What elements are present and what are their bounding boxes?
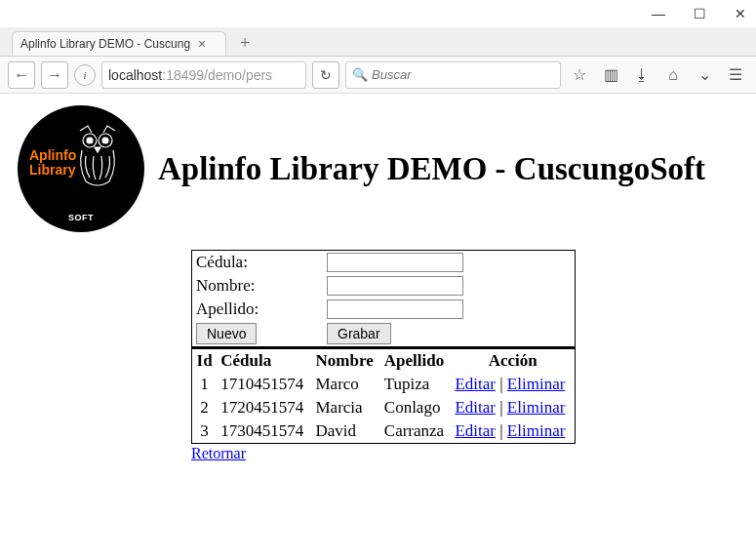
cell-cedula: 1720451574 — [217, 396, 311, 419]
svg-point-3 — [102, 138, 108, 143]
window-controls: — ☐ ✕ — [0, 0, 756, 27]
tab-title: Aplinfo Library DEMO - Cuscung — [20, 37, 190, 51]
grabar-button[interactable]: Grabar — [327, 323, 391, 344]
apellido-input[interactable] — [327, 299, 463, 319]
home-icon[interactable]: ⌂ — [660, 62, 686, 88]
site-info-icon[interactable]: i — [74, 64, 96, 86]
page-header: AplinfoLibrary SOFT Aplinfo Library DEMO… — [18, 105, 738, 232]
cell-id: 3 — [192, 419, 218, 444]
menu-icon[interactable]: ☰ — [723, 62, 748, 88]
search-box[interactable]: 🔍 — [345, 61, 561, 89]
svg-point-2 — [87, 138, 93, 143]
cell-apellido: Conlago — [380, 396, 452, 419]
url-input[interactable]: localhost:18499/demo/pers — [101, 61, 306, 89]
downloads-icon[interactable]: ⭳ — [629, 62, 655, 88]
nombre-label: Nombre: — [196, 276, 323, 296]
delete-link[interactable]: Eliminar — [507, 421, 565, 440]
forward-button[interactable]: → — [41, 61, 68, 89]
table-row: 21720451574MarciaConlagoEditar | Elimina… — [192, 396, 576, 419]
search-input[interactable] — [372, 67, 554, 82]
form-area: Cédula: Nombre: Apellido: Nuevo Grabar I… — [191, 250, 576, 462]
table-header-row: Id Cédula Nombre Apellido Acción — [192, 348, 576, 373]
cell-nombre: Marcia — [312, 396, 380, 419]
url-bar: ← → i localhost:18499/demo/pers ↻ 🔍 ☆ ▥ … — [0, 57, 756, 94]
maximize-button[interactable]: ☐ — [692, 6, 707, 21]
edit-link[interactable]: Editar — [455, 375, 496, 393]
url-host: localhost — [108, 67, 162, 83]
cedula-label: Cédula: — [196, 253, 323, 272]
search-icon: 🔍 — [352, 67, 368, 82]
page-title: Aplinfo Library DEMO - CuscungoSoft — [158, 151, 705, 187]
table-row: 11710451574MarcoTupizaEditar | Eliminar — [192, 373, 576, 396]
reload-button[interactable]: ↻ — [312, 61, 339, 89]
cell-apellido: Carranza — [380, 419, 452, 444]
edit-link[interactable]: Editar — [455, 398, 496, 417]
tab-bar: Aplinfo Library DEMO - Cuscung × + — [0, 27, 756, 57]
table-row: 31730451574DavidCarranzaEditar | Elimina… — [192, 419, 576, 444]
th-apellido: Apellido — [380, 348, 452, 373]
th-cedula: Cédula — [217, 348, 311, 373]
apellido-label: Apellido: — [196, 299, 323, 319]
back-button[interactable]: ← — [8, 61, 35, 89]
data-table: Id Cédula Nombre Apellido Acción 1171045… — [191, 347, 576, 444]
nuevo-button[interactable]: Nuevo — [196, 323, 257, 344]
pocket-icon[interactable]: ⌄ — [692, 62, 717, 88]
logo-soft: SOFT — [68, 213, 94, 222]
browser-tab[interactable]: Aplinfo Library DEMO - Cuscung × — [12, 31, 226, 56]
minimize-button[interactable]: — — [651, 6, 666, 21]
cell-nombre: Marco — [312, 373, 380, 396]
reader-icon[interactable]: ▥ — [598, 62, 623, 88]
close-window-button[interactable]: ✕ — [733, 6, 748, 21]
form-table: Cédula: Nombre: Apellido: Nuevo Grabar — [191, 250, 576, 347]
cell-apellido: Tupiza — [380, 373, 452, 396]
cell-id: 1 — [192, 373, 218, 396]
cell-accion: Editar | Eliminar — [451, 419, 575, 444]
th-id: Id — [192, 348, 218, 373]
cell-accion: Editar | Eliminar — [451, 373, 575, 396]
delete-link[interactable]: Eliminar — [507, 375, 565, 393]
cell-accion: Editar | Eliminar — [451, 396, 575, 419]
edit-link[interactable]: Editar — [455, 421, 496, 440]
cedula-input[interactable] — [327, 253, 463, 272]
cell-nombre: David — [312, 419, 380, 444]
retornar-link[interactable]: Retornar — [191, 445, 246, 461]
th-nombre: Nombre — [312, 348, 380, 373]
url-rest: :18499/demo/pers — [162, 67, 272, 83]
page-content: AplinfoLibrary SOFT Aplinfo Library DEMO… — [0, 94, 756, 474]
cell-id: 2 — [192, 396, 218, 419]
cell-cedula: 1710451574 — [217, 373, 311, 396]
owl-icon — [68, 123, 127, 191]
new-tab-button[interactable]: + — [232, 31, 258, 56]
th-accion: Acción — [451, 348, 575, 373]
delete-link[interactable]: Eliminar — [507, 398, 565, 417]
logo: AplinfoLibrary SOFT — [18, 105, 144, 232]
close-tab-icon[interactable]: × — [198, 36, 206, 52]
cell-cedula: 1730451574 — [217, 419, 311, 444]
bookmark-icon[interactable]: ☆ — [567, 62, 592, 88]
nombre-input[interactable] — [327, 276, 463, 296]
